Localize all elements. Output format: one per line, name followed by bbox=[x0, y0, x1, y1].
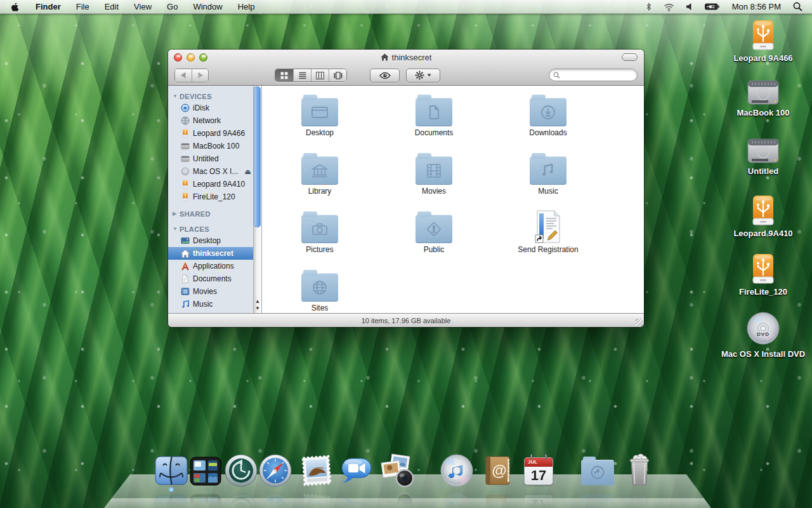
dock-trash[interactable] bbox=[621, 452, 658, 489]
usb-drive-icon bbox=[747, 19, 779, 52]
coverflow-view-button[interactable] bbox=[329, 69, 346, 81]
time-machine-icon bbox=[223, 452, 259, 489]
sidebar-item-firelite-120[interactable]: FireLite_120 bbox=[168, 190, 254, 203]
apple-menu[interactable] bbox=[0, 0, 28, 13]
dock-applications-folder[interactable] bbox=[579, 452, 616, 489]
desktop-icon-leopard-9a466[interactable]: Leopard 9A466 bbox=[716, 19, 811, 63]
item-desktop[interactable]: Desktop bbox=[266, 91, 374, 149]
column-view-button[interactable] bbox=[311, 69, 329, 81]
sidebar-item-applications[interactable]: Applications bbox=[168, 260, 254, 272]
list-view-icon bbox=[299, 72, 306, 79]
menu-item-view[interactable]: View bbox=[126, 0, 159, 13]
dock-itunes[interactable] bbox=[438, 452, 475, 489]
eject-icon[interactable]: ⏏ bbox=[245, 168, 254, 176]
sites-folder-icon bbox=[301, 273, 338, 302]
sidebar-item-leopard-9a410[interactable]: Leopard 9A410 bbox=[168, 178, 254, 190]
sidebar-item-thinksecret[interactable]: thinksecret bbox=[168, 247, 262, 260]
item-music[interactable]: Music bbox=[494, 149, 602, 208]
window-chrome[interactable]: thinksecret bbox=[168, 50, 644, 86]
item-send-registration[interactable]: Send Registration bbox=[494, 208, 602, 266]
hard-drive-icon bbox=[181, 154, 190, 163]
sidebar-places-header[interactable]: ▼PLACES bbox=[168, 224, 254, 234]
column-view-icon bbox=[316, 72, 324, 79]
resize-grip[interactable] bbox=[636, 319, 643, 326]
item-movies[interactable]: Movies bbox=[380, 149, 488, 208]
coverflow-view-icon bbox=[334, 72, 343, 79]
item-public[interactable]: Public bbox=[380, 208, 488, 266]
scroll-up-arrow[interactable]: ▲ bbox=[255, 298, 260, 304]
search-input[interactable] bbox=[563, 70, 626, 79]
minimize-button[interactable] bbox=[187, 53, 195, 62]
desktop-icon-firelite-120[interactable]: FireLite_120 bbox=[716, 253, 811, 297]
dock-safari[interactable] bbox=[257, 452, 294, 489]
back-button[interactable] bbox=[175, 69, 192, 82]
scroll-down-arrow[interactable]: ▼ bbox=[255, 305, 260, 311]
pictures-folder-icon bbox=[301, 215, 338, 243]
sidebar-item-documents[interactable]: Documents bbox=[168, 272, 254, 285]
document-page-icon bbox=[181, 274, 190, 283]
menu-item-go[interactable]: Go bbox=[159, 0, 185, 13]
sidebar-scrollbar[interactable]: ▲ ▼ bbox=[253, 86, 261, 313]
sidebar-devices-header[interactable]: ▼DEVICES bbox=[168, 91, 254, 101]
item-downloads[interactable]: Downloads bbox=[494, 91, 602, 149]
search-field[interactable] bbox=[549, 69, 638, 81]
movies-folder-icon bbox=[416, 156, 452, 185]
dock-ical[interactable]: JUL 17 bbox=[520, 452, 557, 489]
sidebar-item-music[interactable]: Music bbox=[168, 298, 254, 311]
title-bar[interactable]: thinksecret bbox=[168, 50, 644, 65]
sidebar-item-idisk[interactable]: iDisk bbox=[168, 102, 254, 114]
item-pictures[interactable]: Pictures bbox=[266, 208, 374, 266]
toolbar bbox=[168, 65, 644, 86]
sidebar-item-movies[interactable]: Movies bbox=[168, 285, 254, 298]
icon-view-button[interactable] bbox=[275, 69, 293, 81]
desktop-icon-untitled[interactable]: Untitled bbox=[716, 136, 811, 176]
dock-time-machine[interactable] bbox=[223, 452, 259, 489]
sidebar-item-desktop[interactable]: Desktop bbox=[168, 234, 254, 247]
menu-item-file[interactable]: File bbox=[69, 0, 97, 13]
dock-finder[interactable] bbox=[153, 452, 190, 489]
dock-dashboard[interactable] bbox=[187, 452, 224, 489]
spotlight-icon[interactable] bbox=[789, 0, 807, 13]
registration-document-icon bbox=[534, 210, 563, 243]
bluetooth-icon[interactable] bbox=[641, 0, 657, 13]
dock-address-book[interactable]: @ bbox=[479, 452, 516, 489]
battery-charging-icon[interactable] bbox=[700, 0, 724, 13]
desktop-icon-macbook-100[interactable]: MacBook 100 bbox=[716, 77, 811, 117]
forward-button[interactable] bbox=[192, 69, 208, 82]
menu-bar-clock[interactable]: Mon 8:56 PM bbox=[727, 2, 786, 11]
item-library[interactable]: Library bbox=[266, 149, 374, 208]
wifi-icon[interactable] bbox=[659, 0, 679, 13]
action-button[interactable] bbox=[406, 69, 440, 83]
toolbar-toggle-pill[interactable] bbox=[622, 53, 638, 61]
menu-item-finder[interactable]: Finder bbox=[28, 0, 69, 13]
volume-icon[interactable] bbox=[681, 0, 698, 13]
dock-ichat[interactable] bbox=[338, 452, 375, 489]
sidebar-item-untitled[interactable]: Untitled bbox=[168, 152, 254, 165]
sidebar-item-mac-os-x-install[interactable]: Mac OS X I... ⏏ bbox=[168, 165, 254, 178]
menu-item-help[interactable]: Help bbox=[230, 0, 263, 13]
dvd-disc-icon bbox=[181, 167, 190, 176]
desktop-icon-mac-os-x-install-dvd[interactable]: DVD Mac OS X Install DVD bbox=[716, 311, 811, 359]
mail-stamp-icon bbox=[298, 452, 335, 489]
quick-look-button[interactable] bbox=[370, 69, 400, 83]
sidebar-shared-header[interactable]: ▶SHARED bbox=[168, 209, 254, 218]
finder-icon bbox=[153, 452, 190, 489]
dock-mail[interactable] bbox=[298, 452, 335, 489]
sidebar-item-network[interactable]: Network bbox=[168, 114, 254, 127]
chevron-down-icon bbox=[427, 74, 431, 77]
scrollbar-thumb[interactable] bbox=[254, 86, 261, 227]
menu-item-edit[interactable]: Edit bbox=[97, 0, 126, 13]
dock-photo-booth[interactable] bbox=[379, 452, 416, 489]
desktop-icon-leopard-9a410[interactable]: Leopard 9A410 bbox=[716, 194, 811, 238]
zoom-button[interactable] bbox=[199, 53, 207, 62]
list-view-button[interactable] bbox=[293, 69, 311, 81]
sidebar-item-leopard-9a466[interactable]: Leopard 9A466 bbox=[168, 127, 254, 140]
menu-item-window[interactable]: Window bbox=[185, 0, 230, 13]
safari-icon bbox=[257, 452, 294, 489]
sidebar-item-macbook-100[interactable]: MacBook 100 bbox=[168, 140, 254, 152]
at-glyph: @ bbox=[492, 462, 506, 479]
usb-drive-icon bbox=[181, 180, 190, 189]
item-documents[interactable]: Documents bbox=[380, 91, 488, 149]
close-button[interactable] bbox=[174, 53, 182, 62]
disclosure-triangle-icon: ▼ bbox=[173, 226, 178, 232]
